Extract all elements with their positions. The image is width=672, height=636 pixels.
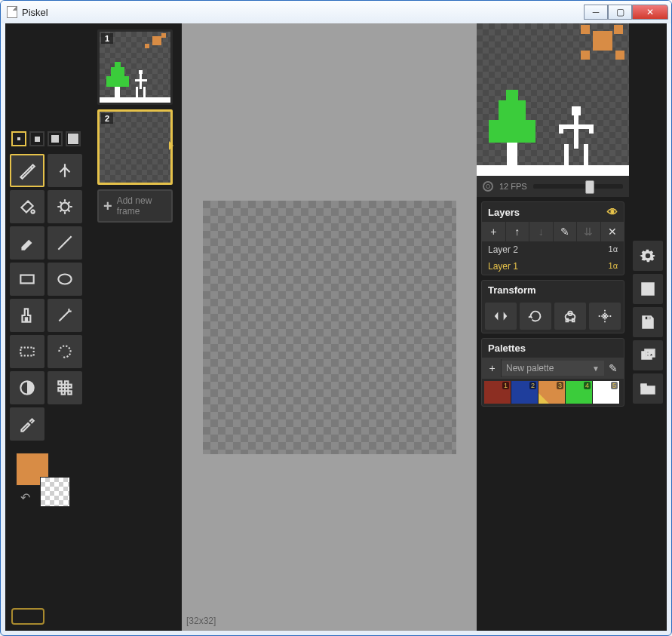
layer-name: Layer 2 — [488, 244, 518, 255]
dither-tool[interactable] — [48, 371, 82, 404]
palettes-panel: Palettes + New palette ▼ ✎ 1 2 3 4 5 — [481, 338, 624, 407]
rectangle-tool[interactable] — [10, 263, 44, 296]
palette-selected-name: New palette — [506, 363, 554, 373]
window-frame: Piskel ─ ▢ ✕ — [0, 0, 672, 636]
edit-layer-button[interactable]: ✎ — [554, 222, 578, 241]
layer-alpha: 1α — [609, 244, 618, 255]
frames-panel: 1 2 + Add new frame — [94, 23, 182, 631]
app-body: ↶ 1 2 + Add new frame — [5, 23, 667, 631]
right-panels: 12 FPS Layers 👁 + ↑ ↓ ✎ ⇊ ✕ Layer — [477, 23, 629, 631]
add-frame-label: Add new frame — [117, 195, 167, 217]
window-minimize-button[interactable]: ─ — [584, 5, 608, 20]
import-button[interactable] — [633, 373, 663, 404]
transform-title: Transform — [488, 284, 536, 296]
bucket-tool[interactable] — [10, 190, 44, 223]
layers-panel: Layers 👁 + ↑ ↓ ✎ ⇊ ✕ Layer 2 1α Layer 1 — [481, 201, 624, 275]
preview-layers-icon[interactable]: 👁 — [607, 206, 618, 218]
layer-down-button[interactable]: ↓ — [529, 222, 554, 241]
canvas-dimensions: [32x32] — [186, 616, 216, 626]
preview-controls: 12 FPS — [477, 176, 629, 197]
flip-button[interactable] — [485, 303, 517, 330]
drawing-canvas[interactable] — [203, 201, 456, 454]
add-layer-button[interactable]: + — [482, 222, 506, 241]
rotate-button[interactable] — [520, 303, 551, 330]
add-palette-button[interactable]: + — [483, 359, 502, 377]
pen-size-3[interactable] — [48, 131, 63, 146]
palette-colors: 1 2 3 4 5 — [482, 379, 624, 406]
layer-name: Layer 1 — [488, 261, 518, 272]
svg-rect-3 — [20, 348, 33, 356]
plus-icon: + — [103, 198, 112, 215]
fps-slider[interactable] — [533, 184, 623, 189]
animation-preview[interactable] — [477, 23, 629, 176]
layer-alpha: 1α — [609, 261, 618, 272]
canvas-area: [32x32] — [182, 23, 477, 631]
svg-rect-23 — [641, 384, 646, 386]
lighten-tool[interactable] — [10, 371, 44, 404]
frame-number: 2 — [101, 113, 113, 124]
svg-rect-12 — [68, 391, 71, 394]
resize-button[interactable] — [633, 274, 663, 304]
app-icon — [7, 6, 17, 18]
palette-color-3[interactable]: 3 — [539, 381, 566, 404]
settings-button[interactable] — [633, 241, 663, 271]
center-button[interactable] — [589, 303, 621, 330]
wand-tool[interactable] — [48, 299, 82, 332]
frame-thumb-2[interactable]: 2 — [97, 109, 173, 185]
window-maximize-button[interactable]: ▢ — [608, 5, 632, 20]
fps-label: 12 FPS — [499, 182, 527, 191]
color-swatches: ↶ — [16, 453, 90, 513]
palette-color-2[interactable]: 2 — [511, 381, 539, 404]
palette-color-1[interactable]: 1 — [484, 381, 511, 404]
svg-point-0 — [61, 203, 69, 211]
secondary-color-swatch[interactable] — [40, 477, 70, 507]
window-close-button[interactable]: ✕ — [632, 5, 668, 20]
eraser-tool[interactable] — [10, 226, 44, 260]
dropdown-icon: ▼ — [592, 364, 600, 373]
pen-size-1[interactable] — [11, 131, 26, 146]
circle-tool[interactable] — [48, 263, 82, 296]
frame-thumb-1[interactable]: 1 — [97, 29, 173, 105]
magic-bucket-tool[interactable] — [48, 190, 82, 223]
layer-up-button[interactable]: ↑ — [506, 222, 530, 241]
pen-size-selector — [11, 131, 90, 146]
onion-skin-icon[interactable] — [483, 181, 493, 192]
stroke-tool[interactable] — [48, 226, 82, 260]
palette-select[interactable]: New palette ▼ — [502, 361, 604, 376]
frame-number: 1 — [101, 33, 113, 44]
svg-point-2 — [58, 275, 71, 284]
rectangle-select-tool[interactable] — [10, 335, 44, 368]
keyboard-shortcuts-icon[interactable] — [11, 608, 44, 625]
lasso-select-tool[interactable] — [48, 335, 82, 368]
mirror-pen-tool[interactable] — [48, 154, 82, 187]
window-title: Piskel — [22, 7, 48, 18]
palettes-title: Palettes — [488, 343, 526, 354]
color-picker-tool[interactable] — [10, 407, 44, 441]
titlebar: Piskel ─ ▢ ✕ — [1, 1, 671, 23]
svg-rect-18 — [648, 317, 649, 319]
merge-layer-button[interactable]: ⇊ — [577, 222, 601, 241]
pen-size-4[interactable] — [66, 131, 81, 146]
tool-grid — [10, 154, 90, 441]
layer-row[interactable]: Layer 2 1α — [482, 241, 624, 258]
export-button[interactable] — [633, 340, 663, 370]
left-toolbar: ↶ — [5, 23, 94, 631]
add-frame-button[interactable]: + Add new frame — [97, 189, 173, 223]
move-tool[interactable] — [10, 299, 44, 332]
palette-color-5[interactable]: 5 — [593, 381, 620, 404]
svg-rect-16 — [572, 319, 575, 322]
edit-palette-button[interactable]: ✎ — [604, 359, 622, 377]
swap-colors-icon[interactable]: ↶ — [20, 490, 30, 505]
layer-row[interactable]: Layer 1 1α — [482, 258, 624, 275]
layers-title: Layers — [488, 207, 520, 218]
svg-rect-1 — [20, 275, 33, 284]
pen-tool[interactable] — [10, 154, 44, 187]
utility-strip — [629, 23, 667, 631]
save-button[interactable] — [633, 307, 663, 337]
palette-color-4[interactable]: 4 — [566, 381, 593, 404]
clone-button[interactable] — [554, 303, 586, 330]
delete-layer-button[interactable]: ✕ — [601, 222, 624, 241]
svg-rect-15 — [566, 319, 569, 322]
svg-rect-11 — [62, 391, 65, 394]
pen-size-2[interactable] — [29, 131, 44, 146]
